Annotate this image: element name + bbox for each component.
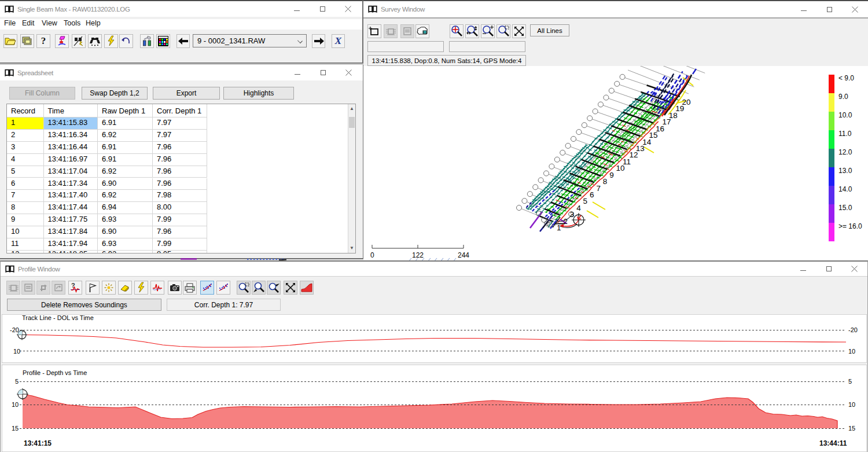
svg-text:10: 10 [848,401,855,408]
svg-text:20: 20 [682,98,691,106]
svg-text:Profile - Depth vs Time: Profile - Depth vs Time [23,369,87,376]
svg-text:6: 6 [590,190,594,199]
svg-text:8: 8 [603,177,608,186]
svg-text:-20: -20 [10,326,19,333]
svg-text:Track Line - DOL vs Time: Track Line - DOL vs Time [22,314,94,321]
svg-text:10: 10 [12,401,19,408]
svg-text:15: 15 [12,425,19,432]
svg-text:13:44:11: 13:44:11 [819,439,847,447]
svg-text:5: 5 [848,378,852,385]
svg-text:3: 3 [570,210,575,219]
svg-text:10: 10 [13,348,20,355]
svg-text:1: 1 [557,223,561,232]
svg-text:5: 5 [15,378,19,385]
svg-text:4: 4 [576,204,581,212]
svg-text:13:41:15: 13:41:15 [24,439,52,447]
svg-text:2: 2 [563,217,568,226]
svg-text:10: 10 [848,348,855,355]
svg-text:7: 7 [596,184,601,193]
svg-text:5: 5 [583,197,588,205]
svg-text:-20: -20 [848,326,858,333]
svg-text:9: 9 [609,171,614,179]
svg-text:15: 15 [848,425,855,432]
